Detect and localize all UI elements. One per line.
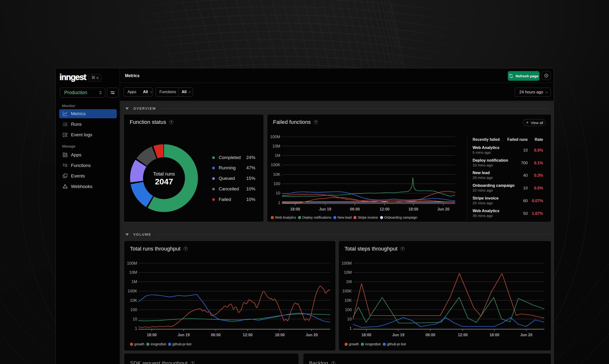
svg-text:18:00: 18:00 (147, 333, 157, 337)
svg-text:10M: 10M (272, 144, 280, 148)
svg-text:Jun 19: Jun 19 (319, 207, 331, 211)
svg-text:1M: 1M (131, 279, 137, 284)
svg-text:Jun 19: Jun 19 (178, 333, 190, 337)
svg-text:1: 1 (278, 200, 280, 205)
svg-text:12:00: 12:00 (243, 333, 253, 337)
svg-text:100K: 100K (271, 163, 280, 167)
svg-text:10: 10 (347, 317, 352, 321)
svg-text:100: 100 (274, 182, 280, 186)
svg-text:1M: 1M (275, 153, 280, 158)
svg-text:Jun 20: Jun 20 (437, 207, 450, 211)
svg-text:2047: 2047 (155, 177, 173, 186)
svg-text:100K: 100K (342, 289, 352, 293)
svg-text:18:00: 18:00 (409, 207, 418, 211)
svg-text:100M: 100M (270, 135, 280, 139)
svg-text:10K: 10K (345, 298, 352, 303)
svg-text:1: 1 (135, 326, 137, 331)
svg-text:10: 10 (276, 191, 280, 195)
svg-text:18:00: 18:00 (275, 333, 285, 337)
svg-text:10M: 10M (344, 270, 352, 275)
svg-text:100K: 100K (127, 289, 137, 293)
svg-text:1M: 1M (346, 279, 352, 284)
svg-text:10K: 10K (273, 172, 280, 177)
svg-text:06:00: 06:00 (211, 333, 221, 337)
svg-text:10M: 10M (129, 270, 137, 275)
svg-text:18:00: 18:00 (290, 207, 300, 211)
svg-text:Jun 20: Jun 20 (520, 333, 533, 337)
svg-text:100: 100 (130, 308, 137, 312)
svg-text:18:00: 18:00 (490, 333, 499, 337)
svg-text:Jun 19: Jun 19 (392, 333, 404, 337)
svg-text:06:00: 06:00 (426, 333, 435, 337)
svg-text:100M: 100M (341, 261, 352, 266)
svg-text:1: 1 (350, 326, 352, 331)
svg-text:10: 10 (133, 317, 137, 321)
svg-text:12:00: 12:00 (380, 207, 390, 211)
svg-text:18:00: 18:00 (361, 333, 371, 337)
svg-text:100: 100 (345, 308, 352, 312)
svg-text:12:00: 12:00 (458, 333, 468, 337)
svg-text:10K: 10K (130, 298, 137, 303)
svg-text:Total runs: Total runs (153, 171, 175, 177)
svg-text:Jun 20: Jun 20 (306, 333, 318, 337)
svg-text:100M: 100M (127, 261, 137, 266)
svg-text:06:00: 06:00 (350, 207, 360, 211)
